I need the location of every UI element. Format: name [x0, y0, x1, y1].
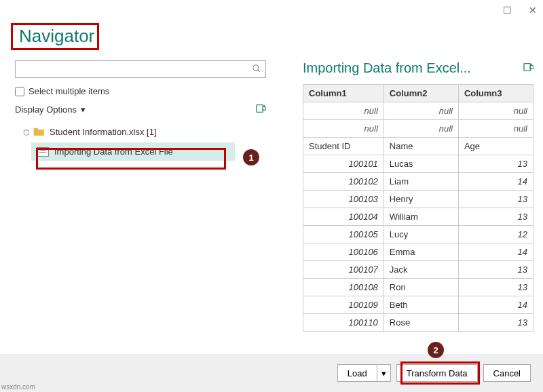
load-dropdown-button[interactable]: ▾ — [377, 364, 391, 382]
highlight-transform-button — [400, 361, 480, 385]
table-row: 100104William13 — [303, 208, 533, 226]
select-multiple-label: Select multiple items — [29, 86, 109, 96]
col-header: Column2 — [383, 85, 458, 102]
search-input[interactable] — [20, 64, 252, 75]
search-icon[interactable] — [252, 64, 261, 75]
maximize-icon[interactable]: ☐ — [502, 5, 512, 15]
tree-folder[interactable]: ▢ Student Information.xlsx [1] — [23, 123, 284, 141]
annotation-badge-1: 1 — [243, 149, 259, 165]
preview-title: Importing Data from Excel... — [303, 60, 471, 76]
refresh-preview-icon[interactable] — [523, 62, 533, 75]
select-multiple-input[interactable] — [15, 87, 24, 96]
watermark: wsxdn.com — [1, 383, 35, 391]
preview-table: Column1 Column2 Column3 null null null n… — [303, 84, 533, 332]
load-button-group[interactable]: Load ▾ — [337, 364, 391, 382]
table-row: 100105Lucy12 — [303, 226, 533, 243]
table-row: 100110Rose13 — [303, 314, 533, 332]
svg-rect-2 — [257, 105, 263, 113]
search-input-container[interactable] — [15, 60, 266, 78]
table-row: null null null — [303, 102, 533, 120]
svg-line-1 — [258, 69, 260, 71]
table-row: 100106Emma14 — [303, 243, 533, 261]
table-row: null null null — [303, 120, 533, 138]
close-icon[interactable]: ✕ — [528, 5, 538, 15]
table-row: 100108Ron13 — [303, 279, 533, 296]
cancel-button[interactable]: Cancel — [483, 364, 531, 382]
folder-label: Student Information.xlsx [1] — [50, 127, 157, 137]
chevron-down-icon: ▢ — [23, 128, 29, 136]
display-options-button[interactable]: Display Options ▾ — [15, 104, 86, 115]
highlight-navigator — [11, 23, 99, 50]
col-header: Column1 — [303, 85, 384, 102]
svg-rect-3 — [524, 64, 530, 71]
table-row: Student ID Name Age — [303, 138, 533, 155]
table-header-row: Column1 Column2 Column3 — [303, 85, 533, 102]
highlight-sheet-item — [36, 148, 226, 170]
svg-point-0 — [253, 64, 259, 70]
display-options-label: Display Options — [15, 104, 77, 115]
refresh-icon[interactable] — [255, 103, 266, 116]
annotation-badge-2: 2 — [428, 342, 444, 358]
select-multiple-checkbox[interactable]: Select multiple items — [15, 86, 284, 96]
folder-icon — [33, 126, 45, 138]
load-button[interactable]: Load — [337, 364, 377, 382]
table-row: 100109Beth14 — [303, 296, 533, 314]
chevron-down-icon: ▾ — [81, 104, 86, 115]
col-header: Column3 — [458, 85, 533, 102]
table-row: 100102Liam14 — [303, 173, 533, 191]
table-row: 100101Lucas13 — [303, 155, 533, 173]
table-row: 100103Henry13 — [303, 191, 533, 208]
table-row: 100107Jack13 — [303, 261, 533, 279]
